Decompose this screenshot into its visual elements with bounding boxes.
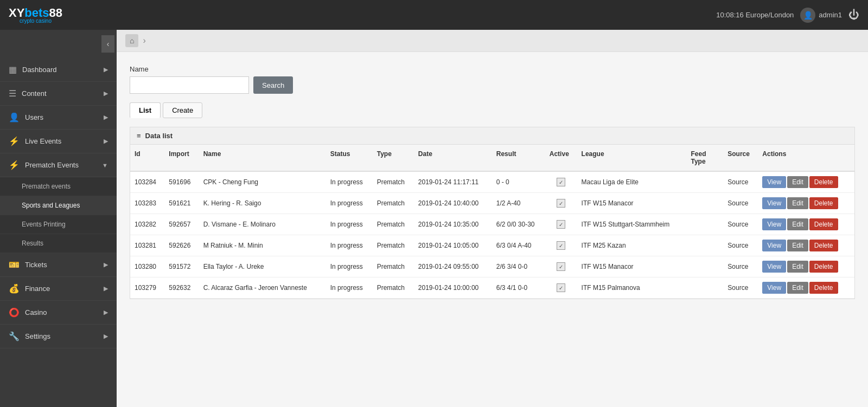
users-icon: 👤 xyxy=(9,112,20,122)
action-delete-button[interactable]: Delete xyxy=(809,197,838,209)
cell-name: K. Hering - R. Saigo xyxy=(199,193,326,214)
active-checkbox: ✓ xyxy=(557,262,565,271)
sidebar-label-prematch-events: Prematch Events xyxy=(25,161,79,169)
table-row: 103284591696CPK - Cheng FungIn progressP… xyxy=(130,171,854,193)
cell-import: 592632 xyxy=(164,277,199,299)
action-edit-button[interactable]: Edit xyxy=(787,261,808,273)
cell-type: Prematch xyxy=(373,235,414,256)
cell-name: M Ratniuk - M. Minin xyxy=(199,235,326,256)
cell-source: Source xyxy=(723,235,758,256)
active-checkbox: ✓ xyxy=(557,283,565,292)
action-view-button[interactable]: View xyxy=(762,240,786,251)
cell-date: 2019-01-24 10:05:00 xyxy=(414,235,492,256)
sidebar-item-prematch-events-sub[interactable]: Prematch events xyxy=(0,177,117,196)
sidebar-item-casino[interactable]: ⭕ Casino ▶ xyxy=(0,301,117,325)
finance-icon: 💰 xyxy=(9,283,20,294)
cell-league: Macau Liga de Elite xyxy=(577,171,687,193)
sidebar-item-content[interactable]: ☰ Content ▶ xyxy=(0,82,117,106)
action-delete-button[interactable]: Delete xyxy=(809,218,838,230)
table-row: 103282592657D. Vismane - E. MolinaroIn p… xyxy=(130,214,854,235)
cell-feed-type xyxy=(686,235,723,256)
col-header-import: Import xyxy=(164,145,199,171)
cell-id: 103280 xyxy=(130,256,164,277)
tab-create[interactable]: Create xyxy=(163,102,202,118)
cell-result: 0 - 0 xyxy=(492,171,545,193)
cell-date: 2019-01-24 11:17:11 xyxy=(414,171,492,193)
action-edit-button[interactable]: Edit xyxy=(787,176,808,188)
cell-league: ITF M25 Kazan xyxy=(577,235,687,256)
cell-result: 6/2 0/0 30-30 xyxy=(492,214,545,235)
sidebar-label-settings: Settings xyxy=(25,332,50,340)
casino-arrow-icon: ▶ xyxy=(104,309,108,316)
search-label: Name xyxy=(130,65,855,73)
sidebar-item-finance[interactable]: 💰 Finance ▶ xyxy=(0,277,117,301)
sidebar-label-tickets: Tickets xyxy=(25,261,47,269)
col-header-active: Active xyxy=(545,145,577,171)
cell-result: 6/3 4/1 0-0 xyxy=(492,277,545,299)
cell-id: 103279 xyxy=(130,277,164,299)
cell-id: 103282 xyxy=(130,214,164,235)
cell-source: Source xyxy=(723,193,758,214)
sidebar-item-prematch-events[interactable]: ⚡ Prematch Events ▼ xyxy=(0,153,117,177)
search-section: Name Search xyxy=(130,65,855,94)
table-row: 103279592632C. Alcaraz Garfia - Jeroen V… xyxy=(130,277,854,299)
cell-actions: ViewEditDelete xyxy=(758,256,854,277)
sidebar-item-results[interactable]: Results xyxy=(0,234,117,253)
cell-id: 103281 xyxy=(130,235,164,256)
tabs: List Create xyxy=(130,102,855,118)
dashboard-icon: ▦ xyxy=(9,64,17,75)
cell-result: 6/3 0/4 A-40 xyxy=(492,235,545,256)
breadcrumb-bar: ⌂ › xyxy=(117,30,868,52)
sidebar-item-events-printing[interactable]: Events Printing xyxy=(0,215,117,234)
action-edit-button[interactable]: Edit xyxy=(787,282,808,294)
sidebar-toggle[interactable]: ‹ xyxy=(101,35,114,53)
col-header-result: Result xyxy=(492,145,545,171)
action-view-button[interactable]: View xyxy=(762,176,786,188)
action-view-button[interactable]: View xyxy=(762,261,786,273)
action-view-button[interactable]: View xyxy=(762,218,786,230)
dashboard-arrow-icon: ▶ xyxy=(104,66,108,73)
cell-feed-type xyxy=(686,256,723,277)
action-delete-button[interactable]: Delete xyxy=(809,240,838,251)
sidebar-item-users[interactable]: 👤 Users ▶ xyxy=(0,106,117,130)
logout-icon[interactable]: ⏻ xyxy=(848,9,859,21)
topbar-user: 👤 admin1 xyxy=(800,8,842,23)
action-edit-button[interactable]: Edit xyxy=(787,240,808,251)
action-edit-button[interactable]: Edit xyxy=(787,197,808,209)
search-button[interactable]: Search xyxy=(253,76,293,94)
sidebar-item-tickets[interactable]: 🎫 Tickets ▶ xyxy=(0,253,117,277)
search-input[interactable] xyxy=(130,76,249,94)
breadcrumb-home[interactable]: ⌂ xyxy=(125,34,138,47)
cell-league: ITF W15 Manacor xyxy=(577,193,687,214)
live-events-icon: ⚡ xyxy=(9,136,20,146)
table-row: 103283591621K. Hering - R. SaigoIn progr… xyxy=(130,193,854,214)
page-content: Name Search List Create ≡ Data list xyxy=(117,52,868,407)
sidebar-item-dashboard[interactable]: ▦ Dashboard ▶ xyxy=(0,58,117,82)
cell-active: ✓ xyxy=(545,171,577,193)
cell-actions: ViewEditDelete xyxy=(758,171,854,193)
cell-import: 591572 xyxy=(164,256,199,277)
action-edit-button[interactable]: Edit xyxy=(787,218,808,230)
topbar-username: admin1 xyxy=(819,11,842,19)
cell-type: Prematch xyxy=(373,214,414,235)
col-header-feed-type: FeedType xyxy=(686,145,723,171)
cell-type: Prematch xyxy=(373,193,414,214)
col-header-type: Type xyxy=(373,145,414,171)
sidebar-label-live-events: Live Events xyxy=(25,137,61,145)
sidebar-item-sports-leagues[interactable]: Sports and Leagues xyxy=(0,196,117,215)
action-delete-button[interactable]: Delete xyxy=(809,261,838,273)
action-delete-button[interactable]: Delete xyxy=(809,176,838,188)
action-view-button[interactable]: View xyxy=(762,197,786,209)
search-row: Search xyxy=(130,76,855,94)
users-arrow-icon: ▶ xyxy=(104,114,108,121)
action-view-button[interactable]: View xyxy=(762,282,786,294)
cell-date: 2019-01-24 10:00:00 xyxy=(414,277,492,299)
tab-list[interactable]: List xyxy=(130,102,161,118)
action-delete-button[interactable]: Delete xyxy=(809,282,838,294)
active-checkbox: ✓ xyxy=(557,178,565,186)
sidebar-item-live-events[interactable]: ⚡ Live Events ▶ xyxy=(0,130,117,153)
sidebar-label-finance: Finance xyxy=(25,285,50,293)
sidebar-label-dashboard: Dashboard xyxy=(22,66,57,74)
sidebar-label-casino: Casino xyxy=(25,308,47,316)
sidebar-item-settings[interactable]: 🔧 Settings ▶ xyxy=(0,325,117,348)
